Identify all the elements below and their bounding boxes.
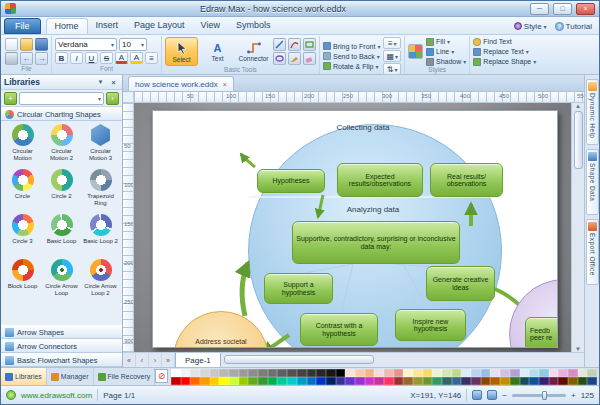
strikethrough-button[interactable]: S <box>100 52 113 64</box>
color-swatch[interactable] <box>326 369 336 377</box>
replace-shape-button[interactable]: Replace Shape ▾ <box>473 57 536 66</box>
italic-button[interactable]: I <box>70 52 83 64</box>
library-search-combo[interactable]: ▾ <box>19 92 104 105</box>
color-swatch[interactable] <box>316 369 326 377</box>
bold-button[interactable]: B <box>55 52 68 64</box>
library-shape[interactable]: Circle 3 <box>3 214 42 256</box>
fit-page-icon[interactable] <box>472 390 482 400</box>
drawing-canvas[interactable]: Collecting data Analyzing data Hypothese… <box>134 103 571 352</box>
library-shape[interactable]: Trapezoid Ring <box>81 169 120 211</box>
node-support-hypothesis[interactable]: Support a hypothesis <box>264 273 333 304</box>
color-swatch[interactable] <box>568 377 578 385</box>
color-swatch[interactable] <box>490 369 500 377</box>
page-tab[interactable]: Page-1 <box>175 353 221 367</box>
color-swatch[interactable] <box>452 377 462 385</box>
add-library-button[interactable]: + <box>4 92 17 105</box>
tutorial-menu[interactable]: ? Tutorial <box>551 18 596 34</box>
library-shape[interactable]: Circle Arrow Loop <box>42 259 81 301</box>
pen-tool-icon[interactable] <box>288 52 301 65</box>
label-collecting-data[interactable]: Collecting data <box>303 123 423 132</box>
library-section-circular-charting[interactable]: Circular Charting Shapes <box>1 107 122 121</box>
color-swatch[interactable] <box>277 377 287 385</box>
align-text-button[interactable]: ≡ <box>145 52 158 64</box>
color-swatch[interactable] <box>248 377 258 385</box>
style-gallery-icon[interactable] <box>408 44 423 59</box>
node-generate-ideas[interactable]: Generate creative ideas <box>426 266 495 301</box>
color-swatch[interactable] <box>277 369 287 377</box>
color-swatch[interactable] <box>510 369 520 377</box>
page[interactable]: Collecting data Analyzing data Hypothese… <box>152 110 558 348</box>
color-swatch[interactable] <box>423 369 433 377</box>
color-swatch[interactable] <box>520 369 530 377</box>
panel-close-icon[interactable]: × <box>108 79 119 86</box>
distribute-button[interactable]: ⇅▾ <box>383 63 401 75</box>
color-swatch[interactable] <box>219 377 229 385</box>
node-hypotheses[interactable]: Hypotheses <box>257 169 325 193</box>
color-swatch[interactable] <box>374 369 384 377</box>
select-tool-button[interactable]: Select <box>165 37 198 66</box>
tab-insert[interactable]: Insert <box>88 18 127 34</box>
library-section-collapsed[interactable]: Arrow Connectors <box>1 339 122 353</box>
color-swatch[interactable] <box>461 377 471 385</box>
color-swatch[interactable] <box>297 369 307 377</box>
first-page-button[interactable]: « <box>123 353 136 367</box>
line-tool-icon[interactable] <box>273 38 286 51</box>
color-swatch[interactable] <box>200 377 210 385</box>
color-swatch[interactable] <box>355 377 365 385</box>
file-menu-button[interactable]: File <box>4 18 41 34</box>
color-swatch[interactable] <box>229 369 239 377</box>
close-button[interactable]: × <box>576 3 595 15</box>
color-swatch[interactable] <box>471 369 481 377</box>
color-swatch[interactable] <box>287 369 297 377</box>
zoom-100-icon[interactable] <box>487 390 497 400</box>
color-swatch[interactable] <box>432 377 442 385</box>
color-swatch[interactable] <box>539 369 549 377</box>
color-swatch[interactable] <box>326 377 336 385</box>
color-swatch[interactable] <box>365 369 375 377</box>
library-shape[interactable]: Basic Loop 2 <box>81 214 120 256</box>
dock-tab-dynamic-help[interactable]: Dynamic Help <box>586 79 599 145</box>
color-swatch[interactable] <box>268 369 278 377</box>
ellipse-tool-icon[interactable] <box>273 52 286 65</box>
circle-address-societal[interactable]: Address societal <box>173 311 269 348</box>
eraser-tool-icon[interactable] <box>303 52 316 65</box>
highlight-color-button[interactable]: A <box>130 52 143 64</box>
color-swatch[interactable] <box>336 377 346 385</box>
vertical-scrollbar[interactable]: ▲ ▼ <box>571 103 584 352</box>
horizontal-scroll-thumb[interactable] <box>224 355 374 364</box>
color-swatch[interactable] <box>190 369 200 377</box>
library-shape[interactable]: Circle Arrow Loop 2 <box>81 259 120 301</box>
scroll-up-icon[interactable]: ▲ <box>575 103 581 109</box>
color-swatch[interactable] <box>529 377 539 385</box>
new-document-icon[interactable] <box>5 38 18 51</box>
replace-text-button[interactable]: Replace Text ▾ <box>473 47 536 56</box>
minimize-button[interactable]: ─ <box>530 3 549 15</box>
library-shape[interactable]: Circular Motion 3 <box>81 124 120 166</box>
color-swatch[interactable] <box>481 377 491 385</box>
color-swatch[interactable] <box>210 369 220 377</box>
color-swatch[interactable] <box>345 369 355 377</box>
color-swatch[interactable] <box>558 369 568 377</box>
zoom-out-icon[interactable]: − <box>502 391 507 400</box>
zoom-slider-thumb[interactable] <box>542 391 547 400</box>
color-swatch[interactable] <box>413 369 423 377</box>
color-swatch[interactable] <box>539 377 549 385</box>
color-swatch[interactable] <box>384 377 394 385</box>
prev-page-button[interactable]: ‹ <box>136 353 149 367</box>
tab-view[interactable]: View <box>193 18 228 34</box>
dock-tab-export-office[interactable]: Export Office <box>586 219 599 285</box>
library-go-button[interactable]: › <box>106 92 119 105</box>
color-swatch[interactable] <box>316 377 326 385</box>
color-swatch[interactable] <box>442 377 452 385</box>
color-swatch[interactable] <box>210 377 220 385</box>
redo-icon[interactable]: → <box>35 52 48 65</box>
node-contrast-hypothesis[interactable]: Contrast with a hypothesis <box>300 313 378 346</box>
panel-tab-file-recovery[interactable]: File Recovery <box>94 368 156 385</box>
find-text-button[interactable]: Find Text <box>473 37 536 46</box>
shadow-button[interactable]: Shadow ▾ <box>426 57 466 66</box>
dock-tab-shape-data[interactable]: Shape Data <box>586 149 599 215</box>
font-color-button[interactable]: A <box>115 52 128 64</box>
tab-symbols[interactable]: Symbols <box>228 18 279 34</box>
font-family-combo[interactable]: Verdana ▾ <box>55 38 117 51</box>
color-swatch[interactable] <box>171 369 181 377</box>
